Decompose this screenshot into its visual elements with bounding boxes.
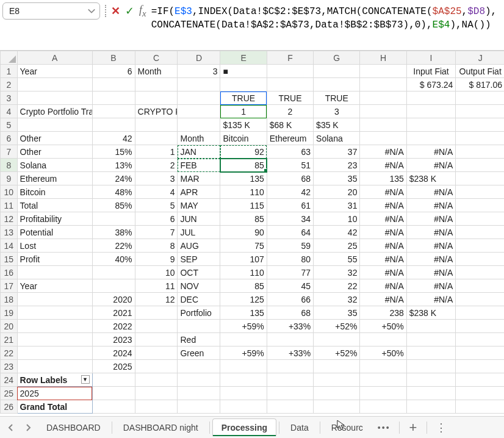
- cell[interactable]: [406, 346, 456, 360]
- cell[interactable]: 40%: [92, 253, 135, 266]
- cell[interactable]: Month: [135, 65, 178, 78]
- cell[interactable]: +50%: [360, 346, 406, 360]
- cell[interactable]: 85: [220, 279, 267, 293]
- cell[interactable]: [360, 105, 406, 118]
- cell[interactable]: $68 K: [267, 118, 313, 132]
- cell[interactable]: [267, 65, 313, 78]
- cell[interactable]: 66: [267, 293, 313, 306]
- cell[interactable]: #N/A: [406, 159, 456, 172]
- cell[interactable]: [178, 118, 220, 132]
- cell[interactable]: #N/A: [406, 226, 456, 239]
- row-header[interactable]: 10: [1, 185, 18, 199]
- cell[interactable]: [456, 320, 504, 333]
- cell[interactable]: [406, 92, 456, 105]
- cell[interactable]: [456, 226, 504, 239]
- accept-edit-button[interactable]: ✓: [125, 4, 134, 18]
- cell[interactable]: [267, 78, 313, 92]
- cell[interactable]: [406, 320, 456, 333]
- cell[interactable]: 25: [314, 239, 360, 253]
- cell[interactable]: 85: [220, 212, 267, 226]
- cell[interactable]: Output Fiat: [456, 65, 504, 78]
- row-header[interactable]: 11: [1, 199, 18, 212]
- cell[interactable]: 35: [314, 306, 360, 320]
- cell[interactable]: TRUE: [220, 92, 267, 105]
- cell[interactable]: [456, 387, 504, 400]
- cell[interactable]: 1: [135, 145, 178, 159]
- cell[interactable]: [135, 306, 178, 320]
- cell[interactable]: #N/A: [406, 199, 456, 212]
- cell[interactable]: [456, 185, 504, 199]
- cell[interactable]: $135 K: [220, 118, 267, 132]
- column-header[interactable]: G: [314, 51, 360, 65]
- cell[interactable]: [406, 333, 456, 346]
- row-header[interactable]: 9: [1, 172, 18, 185]
- cell[interactable]: #N/A: [406, 212, 456, 226]
- cell[interactable]: [220, 360, 267, 373]
- cell[interactable]: 42: [92, 132, 135, 145]
- cell[interactable]: MAY: [178, 199, 220, 212]
- cell[interactable]: 22%: [92, 239, 135, 253]
- cell[interactable]: Solana: [17, 159, 92, 172]
- cell[interactable]: [267, 360, 313, 373]
- cell[interactable]: [456, 159, 504, 172]
- cell[interactable]: 3: [135, 172, 178, 185]
- cell[interactable]: #N/A: [360, 253, 406, 266]
- cell[interactable]: [314, 78, 360, 92]
- cell[interactable]: 22: [314, 279, 360, 293]
- cell-grid[interactable]: ABCDEFGHIJ 1Year6Month3■Input FiatOutput…: [0, 51, 504, 414]
- cell[interactable]: #N/A: [406, 185, 456, 199]
- cell[interactable]: #N/A: [360, 293, 406, 306]
- row-header[interactable]: 16: [1, 266, 18, 279]
- cell[interactable]: #N/A: [360, 185, 406, 199]
- cell[interactable]: +52%: [314, 320, 360, 333]
- cell[interactable]: [92, 400, 135, 414]
- cell[interactable]: [135, 360, 178, 373]
- cell[interactable]: [178, 105, 220, 118]
- sheet-tab[interactable]: Resourc: [323, 419, 372, 436]
- cell[interactable]: Total: [17, 199, 92, 212]
- cell[interactable]: 5: [135, 199, 178, 212]
- cell[interactable]: 32: [314, 293, 360, 306]
- cell[interactable]: [220, 373, 267, 387]
- cell[interactable]: #N/A: [360, 199, 406, 212]
- cell[interactable]: OCT: [178, 266, 220, 279]
- cell[interactable]: TRUE: [314, 92, 360, 105]
- cell[interactable]: [17, 320, 92, 333]
- cell[interactable]: 1: [220, 105, 267, 118]
- cell[interactable]: 85: [220, 159, 267, 172]
- cell[interactable]: [92, 92, 135, 105]
- cell[interactable]: #N/A: [360, 212, 406, 226]
- cell[interactable]: #N/A: [360, 159, 406, 172]
- cell[interactable]: 107: [220, 253, 267, 266]
- cell[interactable]: #N/A: [406, 253, 456, 266]
- cell[interactable]: 2022: [92, 320, 135, 333]
- cell[interactable]: 8: [135, 239, 178, 253]
- cell[interactable]: 92: [220, 145, 267, 159]
- cell[interactable]: ■: [220, 65, 267, 78]
- cell[interactable]: [178, 360, 220, 373]
- row-header[interactable]: 1: [1, 65, 18, 78]
- cell[interactable]: 32: [314, 266, 360, 279]
- cell[interactable]: JUL: [178, 226, 220, 239]
- cell[interactable]: 38%: [92, 226, 135, 239]
- cell[interactable]: Bitcoin: [17, 185, 92, 199]
- cell[interactable]: [360, 65, 406, 78]
- cell[interactable]: 12: [135, 293, 178, 306]
- cell[interactable]: [456, 400, 504, 414]
- cell[interactable]: [267, 387, 313, 400]
- cell[interactable]: 55: [314, 253, 360, 266]
- cell[interactable]: [456, 360, 504, 373]
- cell[interactable]: 85%: [92, 199, 135, 212]
- cell[interactable]: 6: [135, 212, 178, 226]
- cell[interactable]: 31: [314, 199, 360, 212]
- sheet-tab[interactable]: Data: [282, 419, 317, 436]
- cell[interactable]: [456, 212, 504, 226]
- column-header[interactable]: D: [178, 51, 220, 65]
- cell[interactable]: 135: [220, 172, 267, 185]
- cell[interactable]: [267, 400, 313, 414]
- cell[interactable]: [360, 400, 406, 414]
- tab-overflow-button[interactable]: •••: [374, 423, 394, 433]
- cell[interactable]: Month: [178, 132, 220, 145]
- cell[interactable]: [360, 333, 406, 346]
- cell[interactable]: 110: [220, 266, 267, 279]
